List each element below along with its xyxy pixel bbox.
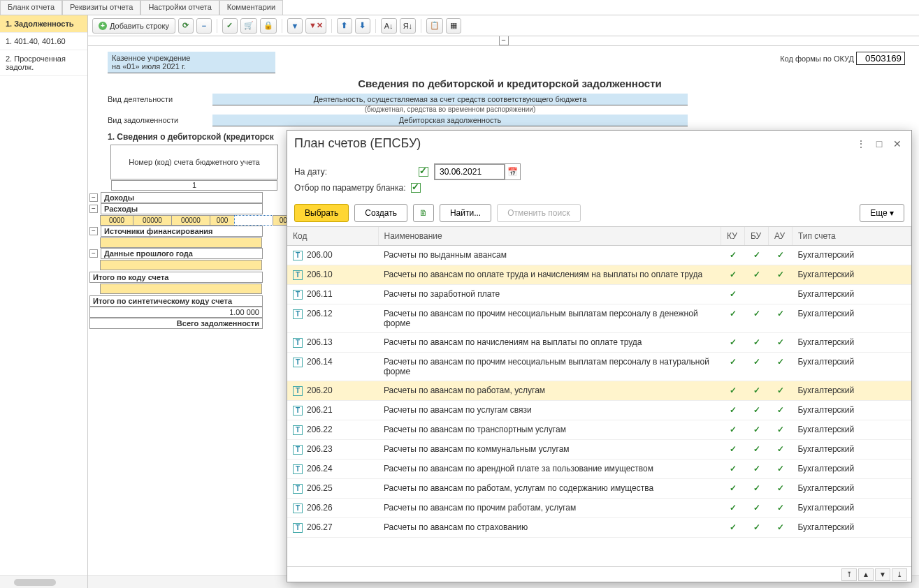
copy-icon[interactable]: 📋 bbox=[426, 18, 443, 34]
synth-val: 1.00 000 bbox=[89, 307, 263, 318]
cell-0[interactable]: 0000 bbox=[100, 215, 133, 226]
table-row[interactable]: T206.26Расчеты по авансам по прочим рабо… bbox=[287, 499, 911, 518]
col-type[interactable]: Тип счета bbox=[793, 227, 911, 246]
remove-row-icon[interactable]: − bbox=[196, 18, 212, 34]
add-row-button[interactable]: +Добавить строку bbox=[92, 18, 175, 34]
activity-value[interactable]: Деятельность, осуществляемая за счет сре… bbox=[212, 94, 688, 105]
t-badge-icon: T bbox=[293, 445, 303, 455]
tab-props[interactable]: Реквизиты отчета bbox=[62, 0, 140, 15]
toggle-prev[interactable]: − bbox=[89, 249, 98, 258]
row-total-synth: Итого по синтетическому коду счета bbox=[89, 295, 263, 307]
sort-desc-icon[interactable]: Я↓ bbox=[400, 18, 416, 34]
table-row[interactable]: T206.23Расчеты по авансам по коммунальны… bbox=[287, 440, 911, 460]
row-grand-total: Всего задолженности bbox=[89, 318, 263, 329]
col-name[interactable]: Наименование bbox=[378, 227, 721, 246]
nav-last-icon[interactable]: ⤓ bbox=[892, 568, 907, 581]
prev-val[interactable] bbox=[100, 260, 262, 270]
col-ku[interactable]: КУ bbox=[721, 227, 745, 246]
cell-3[interactable]: 000 bbox=[210, 215, 235, 226]
table-row[interactable]: T206.21Расчеты по авансам по услугам свя… bbox=[287, 401, 911, 420]
chevron-down-icon: ▾ bbox=[890, 208, 894, 218]
total-code-val[interactable] bbox=[100, 284, 262, 294]
sidebar-item-401[interactable]: 1. 401.40, 401.60 bbox=[0, 33, 87, 50]
lock-icon[interactable]: 🔒 bbox=[260, 18, 277, 34]
arrow-up-icon[interactable]: ⬆ bbox=[337, 18, 352, 34]
t-badge-icon: T bbox=[293, 464, 303, 474]
debt-value[interactable]: Дебиторская задолженность bbox=[212, 115, 688, 126]
toggle-sources[interactable]: − bbox=[89, 227, 98, 235]
filter-clear-icon[interactable]: ▼✕ bbox=[305, 18, 326, 34]
filter-icon[interactable]: ▼ bbox=[287, 18, 303, 34]
cell-2[interactable]: 00000 bbox=[171, 215, 210, 226]
col-bu[interactable]: БУ bbox=[745, 227, 769, 246]
table-row[interactable]: T206.20Расчеты по авансам по работам, ус… bbox=[287, 381, 911, 401]
toggle-expense[interactable]: − bbox=[89, 205, 98, 213]
select-button[interactable]: Выбрать bbox=[294, 204, 349, 222]
okud-input[interactable] bbox=[856, 52, 905, 65]
date-checkbox[interactable] bbox=[419, 167, 428, 177]
row-total-code: Итого по коду счета bbox=[89, 272, 263, 283]
cell-1[interactable]: 00000 bbox=[133, 215, 172, 226]
t-badge-icon: T bbox=[293, 484, 303, 494]
table-row[interactable]: T206.24Расчеты по авансам по арендной пл… bbox=[287, 460, 911, 479]
row-expense[interactable]: Расходы bbox=[101, 203, 263, 214]
refresh-icon[interactable]: ⟳ bbox=[178, 18, 194, 34]
debt-label: Вид задолженности bbox=[108, 115, 212, 124]
find-button[interactable]: Найти... bbox=[440, 204, 491, 222]
account-code-header: Номер (код) счета бюджетного учета 1 bbox=[110, 145, 278, 179]
table-row[interactable]: T206.25Расчеты по авансам по работам, ус… bbox=[287, 479, 911, 499]
tab-settings[interactable]: Настройки отчета bbox=[140, 0, 219, 15]
arrow-down-icon[interactable]: ⬇ bbox=[355, 18, 370, 34]
table-row[interactable]: T206.10Расчеты по авансам по оплате труд… bbox=[287, 265, 911, 285]
row-prev[interactable]: Данные прошлого года bbox=[101, 248, 263, 259]
cart-icon[interactable]: 🛒 bbox=[240, 18, 257, 34]
t-badge-icon: T bbox=[293, 270, 303, 280]
sort-asc-icon[interactable]: A↓ bbox=[381, 18, 397, 34]
create-button[interactable]: Создать bbox=[354, 204, 407, 222]
nav-up-icon[interactable]: ▲ bbox=[858, 568, 874, 581]
row-income[interactable]: Доходы bbox=[101, 192, 263, 203]
dialog-titlebar: План счетов (ЕПСБУ) ⋮ □ ✕ bbox=[287, 131, 911, 156]
t-badge-icon: T bbox=[293, 309, 303, 319]
table-row[interactable]: T206.00Расчеты по выданным авансам✓✓✓Бух… bbox=[287, 246, 911, 265]
toggle-income[interactable]: − bbox=[89, 193, 98, 202]
row-sources[interactable]: Источники финансирования bbox=[101, 226, 263, 237]
table-icon[interactable]: ▦ bbox=[446, 18, 461, 34]
table-row[interactable]: T206.11Расчеты по заработной плате✓Бухга… bbox=[287, 285, 911, 304]
more-button[interactable]: Еще ▾ bbox=[860, 204, 904, 222]
left-scrollbar[interactable] bbox=[0, 575, 87, 588]
cancel-search-button: Отменить поиск bbox=[497, 204, 580, 222]
check-icon[interactable]: ✓ bbox=[222, 18, 238, 34]
t-badge-icon: T bbox=[293, 290, 303, 300]
menu-icon[interactable]: ⋮ bbox=[854, 137, 868, 151]
nav-down-icon[interactable]: ▼ bbox=[875, 568, 890, 581]
collapse-bar[interactable] bbox=[88, 36, 919, 46]
date-input[interactable] bbox=[435, 164, 505, 179]
tab-blank[interactable]: Бланк отчета bbox=[0, 0, 62, 15]
col-au[interactable]: АУ bbox=[769, 227, 793, 246]
table-row[interactable]: T206.13Расчеты по авансам по начислениям… bbox=[287, 333, 911, 353]
table-row[interactable]: T206.14Расчеты по авансам по прочим несо… bbox=[287, 353, 911, 381]
tab-comments[interactable]: Комментарии bbox=[219, 0, 283, 15]
t-badge-icon: T bbox=[293, 523, 303, 533]
sidebar-item-overdue[interactable]: 2. Просроченная задолж. bbox=[0, 50, 87, 76]
col-code[interactable]: Код bbox=[287, 227, 378, 246]
nav-first-icon[interactable]: ⤒ bbox=[841, 568, 857, 581]
filter-checkbox[interactable] bbox=[411, 183, 421, 193]
accounts-grid: Код Наименование КУ БУ АУ Тип счета T206… bbox=[287, 226, 911, 566]
t-badge-icon: T bbox=[293, 425, 303, 435]
cell-4-active[interactable] bbox=[234, 215, 273, 226]
t-badge-icon: T bbox=[293, 251, 303, 260]
close-icon[interactable]: ✕ bbox=[890, 137, 904, 151]
maximize-icon[interactable]: □ bbox=[872, 137, 886, 151]
t-badge-icon: T bbox=[293, 504, 303, 513]
table-row[interactable]: T206.22Расчеты по авансам по транспортны… bbox=[287, 420, 911, 440]
table-row[interactable]: T206.27Расчеты по авансам по страхованию… bbox=[287, 518, 911, 538]
create-copy-icon[interactable]: 🗎 bbox=[413, 204, 434, 222]
table-row[interactable]: T206.12Расчеты по авансам по прочим несо… bbox=[287, 304, 911, 333]
calendar-icon[interactable]: 📅 bbox=[505, 164, 520, 179]
sources-val[interactable] bbox=[100, 237, 262, 248]
grid-nav: ⤒ ▲ ▼ ⤓ bbox=[287, 566, 911, 582]
sidebar-item-debt[interactable]: 1. Задолженность bbox=[0, 15, 87, 33]
t-badge-icon: T bbox=[293, 386, 303, 396]
